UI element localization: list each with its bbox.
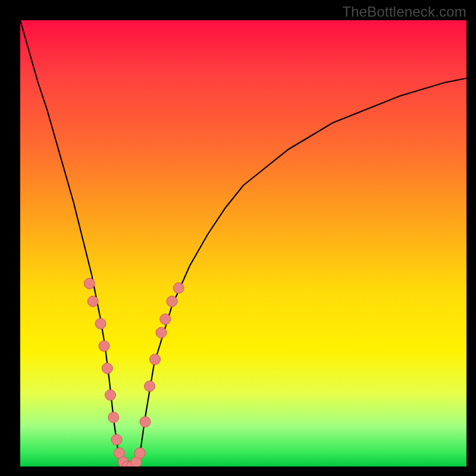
data-marker [145,381,155,392]
data-marker [134,448,145,459]
data-marker [99,341,109,352]
data-marker [111,434,122,445]
plot-area [20,20,466,466]
data-marker [87,296,98,307]
data-marker [84,278,95,289]
watermark-text: TheBottleneck.com [342,4,466,20]
data-marker [160,314,171,325]
data-marker [102,363,112,374]
data-marker [167,296,177,307]
data-marker [156,327,167,338]
chart-frame: TheBottleneck.com [0,0,476,476]
bottleneck-curve [20,20,466,466]
data-marker [150,354,161,365]
data-marker [108,412,119,423]
data-marker [95,318,106,329]
data-marker [173,283,184,293]
chart-svg [20,20,466,466]
data-marker [140,416,151,427]
marker-group [84,278,184,467]
data-marker [105,390,116,400]
